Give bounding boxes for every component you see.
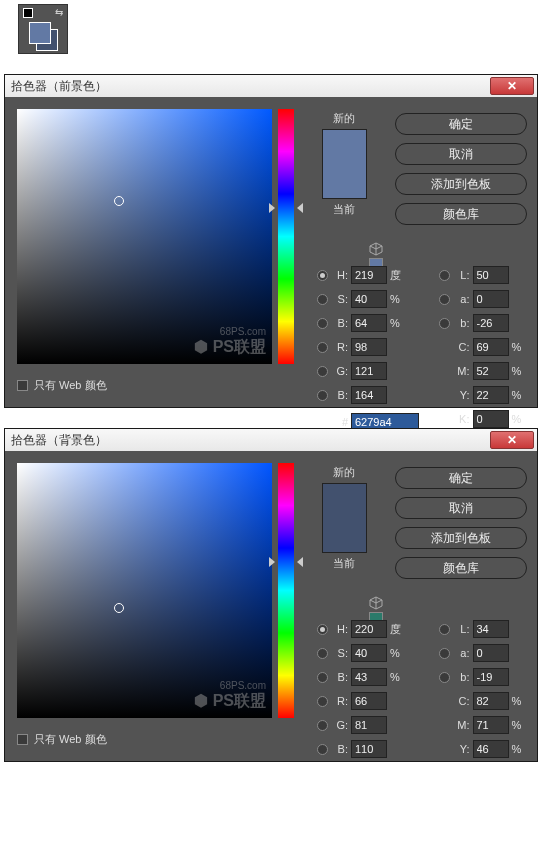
add-swatch-button[interactable]: 添加到色板 xyxy=(395,173,527,195)
l-radio[interactable] xyxy=(439,270,450,281)
c-label: C: xyxy=(454,695,470,707)
r-input[interactable] xyxy=(351,692,387,710)
h-radio[interactable] xyxy=(317,624,328,635)
web-only-checkbox[interactable] xyxy=(17,380,28,391)
blue-radio[interactable] xyxy=(317,744,328,755)
r-radio[interactable] xyxy=(317,696,328,707)
hue-handle-left[interactable] xyxy=(269,203,275,213)
s-input[interactable] xyxy=(351,290,387,308)
saturation-field[interactable]: 68PS.com⬢ PS联盟 xyxy=(17,109,272,364)
add-swatch-button[interactable]: 添加到色板 xyxy=(395,527,527,549)
lab-b-input[interactable] xyxy=(473,314,509,332)
b-label: B: xyxy=(332,317,348,329)
c-input[interactable] xyxy=(473,338,509,356)
h-label: H: xyxy=(332,269,348,281)
m-input[interactable] xyxy=(473,362,509,380)
blue-radio[interactable] xyxy=(317,390,328,401)
bval-input[interactable] xyxy=(351,314,387,332)
lab-b-radio[interactable] xyxy=(439,318,450,329)
hue-handle-left[interactable] xyxy=(269,557,275,567)
a-input[interactable] xyxy=(473,290,509,308)
r-input[interactable] xyxy=(351,338,387,356)
watermark: 68PS.com⬢ PS联盟 xyxy=(194,680,266,712)
h-input[interactable] xyxy=(351,266,387,284)
k-label: K: xyxy=(454,413,470,425)
dialog-title: 拾色器（前景色） xyxy=(11,78,107,95)
fg-bg-color-tool[interactable]: ⇆ xyxy=(18,4,68,54)
a-input[interactable] xyxy=(473,644,509,662)
new-color-swatch xyxy=(323,484,366,518)
g-radio[interactable] xyxy=(317,720,328,731)
l-input[interactable] xyxy=(473,620,509,638)
color-swatch xyxy=(322,483,367,553)
y-input[interactable] xyxy=(473,386,509,404)
hue-slider[interactable] xyxy=(278,109,294,364)
ok-button[interactable]: 确定 xyxy=(395,467,527,489)
l-input[interactable] xyxy=(473,266,509,284)
blue-input[interactable] xyxy=(351,386,387,404)
titlebar[interactable]: 拾色器（背景色） ✕ xyxy=(5,429,537,451)
s-radio[interactable] xyxy=(317,294,328,305)
ok-button[interactable]: 确定 xyxy=(395,113,527,135)
color-library-button[interactable]: 颜色库 xyxy=(395,203,527,225)
close-icon: ✕ xyxy=(507,433,517,447)
cube-icon[interactable] xyxy=(369,242,383,256)
cube-icon[interactable] xyxy=(369,596,383,610)
lab-b-radio[interactable] xyxy=(439,672,450,683)
b-radio[interactable] xyxy=(317,318,328,329)
blue-label: B: xyxy=(332,743,348,755)
foreground-swatch[interactable] xyxy=(29,22,51,44)
unit-deg: 度 xyxy=(390,268,402,283)
a-label: a: xyxy=(454,293,470,305)
g-radio[interactable] xyxy=(317,366,328,377)
current-label: 当前 xyxy=(333,202,355,217)
b-radio[interactable] xyxy=(317,672,328,683)
hue-handle-right[interactable] xyxy=(297,557,303,567)
m-label: M: xyxy=(454,719,470,731)
color-marker[interactable] xyxy=(114,603,124,613)
close-button[interactable]: ✕ xyxy=(490,77,534,95)
s-input[interactable] xyxy=(351,644,387,662)
g-label: G: xyxy=(332,365,348,377)
y-label: Y: xyxy=(454,389,470,401)
color-marker[interactable] xyxy=(114,196,124,206)
cancel-button[interactable]: 取消 xyxy=(395,497,527,519)
m-label: M: xyxy=(454,365,470,377)
g-input[interactable] xyxy=(351,362,387,380)
h-radio[interactable] xyxy=(317,270,328,281)
y-input[interactable] xyxy=(473,740,509,758)
c-input[interactable] xyxy=(473,692,509,710)
l-label: L: xyxy=(454,623,470,635)
color-library-button[interactable]: 颜色库 xyxy=(395,557,527,579)
blue-input[interactable] xyxy=(351,740,387,758)
default-colors-icon[interactable] xyxy=(23,8,33,18)
bval-input[interactable] xyxy=(351,668,387,686)
titlebar[interactable]: 拾色器（前景色） ✕ xyxy=(5,75,537,97)
current-color-swatch[interactable] xyxy=(323,164,366,198)
s-radio[interactable] xyxy=(317,648,328,659)
close-button[interactable]: ✕ xyxy=(490,431,534,449)
new-label: 新的 xyxy=(333,111,355,126)
a-radio[interactable] xyxy=(439,294,450,305)
m-input[interactable] xyxy=(473,716,509,734)
hue-slider[interactable] xyxy=(278,463,294,718)
hex-label: # xyxy=(332,416,348,428)
web-only-checkbox[interactable] xyxy=(17,734,28,745)
h-input[interactable] xyxy=(351,620,387,638)
saturation-field[interactable]: 68PS.com⬢ PS联盟 xyxy=(17,463,272,718)
current-label: 当前 xyxy=(333,556,355,571)
lab-b-input[interactable] xyxy=(473,668,509,686)
color-picker-dialog: 拾色器（背景色） ✕ 68PS.com⬢ PS联盟 只有 Web 颜 xyxy=(4,428,538,762)
color-swatch xyxy=(322,129,367,199)
new-label: 新的 xyxy=(333,465,355,480)
swap-colors-icon[interactable]: ⇆ xyxy=(55,7,63,18)
r-radio[interactable] xyxy=(317,342,328,353)
a-radio[interactable] xyxy=(439,648,450,659)
s-label: S: xyxy=(332,293,348,305)
hue-handle-right[interactable] xyxy=(297,203,303,213)
cancel-button[interactable]: 取消 xyxy=(395,143,527,165)
k-input[interactable] xyxy=(473,410,509,428)
current-color-swatch[interactable] xyxy=(323,518,366,552)
g-input[interactable] xyxy=(351,716,387,734)
l-radio[interactable] xyxy=(439,624,450,635)
